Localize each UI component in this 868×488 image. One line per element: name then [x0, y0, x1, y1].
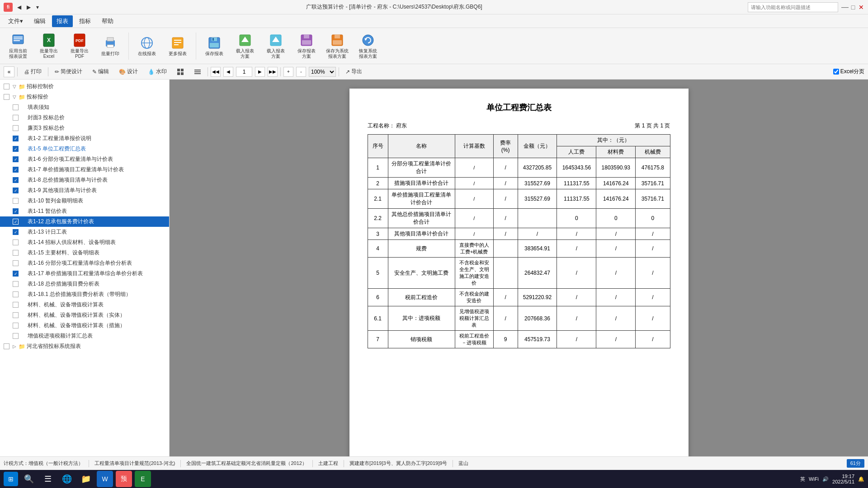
tree-item-11[interactable]: ✓ 表1-11 暂估价表	[0, 206, 169, 216]
expand-root1[interactable]: ▽	[11, 84, 18, 90]
toolbar-export-pdf[interactable]: PDF 批量导出PDF	[65, 31, 94, 61]
tree-item-2[interactable]: 封面3 投标总价	[0, 113, 169, 123]
nav-forward[interactable]: ▶	[25, 3, 33, 11]
toolbar-save-report[interactable]: 保存报表	[200, 31, 229, 61]
toolbar-restore-sys-scheme[interactable]: 恢复系统报表方案	[354, 31, 382, 61]
zoom-out-btn[interactable]: -	[296, 67, 306, 77]
taskbar-explorer[interactable]: 📁	[78, 471, 94, 487]
tree-item-14[interactable]: 表1-14 招标人供应材料、设备明细表	[0, 237, 169, 248]
tree-item-5[interactable]: ✓ 表1-5 单位工程费汇总表	[0, 144, 169, 154]
checkbox-root3[interactable]	[4, 343, 9, 349]
checkbox-4[interactable]: ✓	[13, 136, 19, 141]
checkbox-20[interactable]	[13, 312, 19, 318]
tree-item-4[interactable]: ✓ 表1-2 工程量清单报价说明	[0, 133, 169, 144]
tree-item-16[interactable]: 表1-16 分部分项工程量清单综合单价分析表	[0, 258, 169, 268]
tree-item-19[interactable]: 材料、机械、设备增值税计算表	[0, 300, 169, 310]
checkbox-13[interactable]: ✓	[13, 229, 19, 235]
collapse-btn[interactable]: «	[4, 66, 14, 77]
checkbox-1[interactable]	[13, 104, 19, 110]
taskbar-taskview[interactable]: ☰	[40, 471, 56, 487]
print-btn[interactable]: 🖨 打印	[20, 66, 45, 77]
checkbox-18[interactable]	[13, 281, 19, 287]
simple-design-btn[interactable]: ✏ 简便设计	[51, 66, 86, 77]
maximize-btn[interactable]: □	[850, 4, 856, 10]
title-nav[interactable]: ◀ ▶ ▾	[15, 3, 41, 11]
toolbar-online-report[interactable]: 在线报表	[132, 31, 161, 61]
tree-item-10[interactable]: 表1-10 暂列金额明细表	[0, 196, 169, 206]
title-search-input[interactable]	[748, 2, 838, 12]
toolbar-save-sys-scheme[interactable]: 保存为系统报表方案	[323, 31, 352, 61]
tree-item-3[interactable]: 廉页3 投标总价	[0, 123, 169, 133]
toolbar-load-report-scheme2[interactable]: 载入报表方案	[261, 31, 290, 61]
checkbox-10[interactable]	[13, 198, 19, 204]
toolbar-batch-print[interactable]: 批量打印	[96, 31, 125, 61]
zoom-in-btn[interactable]: +	[283, 67, 293, 77]
nav-dropdown[interactable]: ▾	[34, 3, 41, 11]
start-button[interactable]: ⊞	[4, 472, 18, 486]
tree-item-21[interactable]: 材料、机械、设备增值税计算表（措施）	[0, 320, 169, 331]
toolbar-export-excel[interactable]: X 批量导出Excel	[34, 31, 63, 61]
tree-item-8[interactable]: ✓ 表1-8 总价措施项目清单与计价表	[0, 175, 169, 185]
taskbar-edge[interactable]: 🌐	[59, 471, 75, 487]
page-next-btn[interactable]: ▶	[255, 67, 265, 77]
expand-root2[interactable]: ▽	[11, 94, 18, 100]
checkbox-19[interactable]	[13, 302, 19, 308]
tree-item-1[interactable]: 填表须知	[0, 102, 169, 113]
tree-item-root1[interactable]: ▽ 📁 招标控制价	[0, 81, 169, 92]
checkbox-6[interactable]: ✓	[13, 156, 19, 162]
checkbox-14[interactable]	[13, 239, 19, 245]
excel-split-label[interactable]: Excel分页	[833, 68, 864, 75]
icon-btn2[interactable]	[190, 66, 205, 77]
taskbar-word[interactable]: W	[97, 471, 113, 487]
tree-item-20[interactable]: 材料、机械、设备增值税计算表（实体）	[0, 310, 169, 320]
checkbox-22[interactable]	[13, 333, 19, 339]
tree-item-13[interactable]: ✓ 表1-13 计日工表	[0, 227, 169, 237]
checkbox-17[interactable]: ✓	[13, 271, 19, 277]
menu-edit[interactable]: 编辑	[29, 15, 50, 27]
expand-root3[interactable]: ▷	[11, 343, 18, 350]
tree-item-22[interactable]: 增值税进项税额计算汇总表	[0, 331, 169, 341]
minimize-btn[interactable]: —	[842, 4, 848, 10]
checkbox-8[interactable]: ✓	[13, 177, 19, 183]
checkbox-15[interactable]	[13, 250, 19, 256]
checkbox-7[interactable]: ✓	[13, 167, 19, 173]
close-btn[interactable]: ✕	[858, 4, 864, 10]
page-first-btn[interactable]: ◀◀	[211, 67, 221, 77]
toolbar-load-report-scheme[interactable]: 载入报表方案	[231, 31, 259, 61]
checkbox-2[interactable]	[13, 115, 19, 121]
window-controls[interactable]: — □ ✕	[842, 4, 864, 10]
icon-btn1[interactable]	[173, 66, 188, 77]
taskbar-budget[interactable]: 预	[116, 471, 132, 487]
page-prev-btn[interactable]: ◀	[223, 67, 233, 77]
checkbox-3[interactable]	[13, 125, 19, 131]
tree-item-root3[interactable]: ▷ 📁 河北省招投标系统报表	[0, 341, 169, 352]
checkbox-21[interactable]	[13, 323, 19, 328]
tree-item-17[interactable]: ✓ 表1-17 单价措施项目工程量清单综合单价分析表	[0, 268, 169, 279]
tree-item-18[interactable]: 表1-18 总价措施项目费分析表	[0, 279, 169, 289]
nav-back[interactable]: ◀	[15, 3, 23, 11]
toolbar-more-reports[interactable]: 更多报表	[163, 31, 192, 61]
zoom-level-select[interactable]: 100% 75% 125% 150%	[309, 67, 336, 77]
tree-item-9[interactable]: ✓ 表1-9 其他项目清单与计价表	[0, 185, 169, 196]
menu-report[interactable]: 报表	[52, 15, 73, 27]
excel-split-checkbox[interactable]	[833, 69, 839, 75]
toolbar-apply-settings[interactable]: 应用当前报表设置	[4, 31, 33, 61]
checkbox-root2[interactable]	[4, 94, 9, 100]
checkbox-16[interactable]	[13, 260, 19, 266]
checkbox-5[interactable]: ✓	[13, 146, 19, 152]
tree-item-12[interactable]: ✓ 表1-12 总承包服务费计价表	[0, 216, 169, 227]
toolbar-save-report-scheme[interactable]: 保存报表方案	[292, 31, 321, 61]
tree-item-6[interactable]: ✓ 表1-6 分部分项工程量清单与计价表	[0, 154, 169, 164]
design-btn[interactable]: 🎨 设计	[115, 66, 142, 77]
checkbox-12[interactable]: ✓	[13, 219, 19, 225]
tree-item-7[interactable]: ✓ 表1-7 单价措施项目工程量清单与计价表	[0, 164, 169, 175]
taskbar-excel[interactable]: E	[135, 471, 151, 487]
watermark-btn[interactable]: 💧 水印	[144, 66, 170, 77]
checkbox-9[interactable]: ✓	[13, 188, 19, 193]
taskbar-search[interactable]: 🔍	[21, 471, 37, 487]
tree-item-root2[interactable]: ▽ 📁 投标报价	[0, 92, 169, 102]
tree-item-18-1[interactable]: 表1-18.1 总价措施项目费分析表（带明细）	[0, 289, 169, 300]
menu-help[interactable]: 帮助	[97, 15, 118, 27]
checkbox-root1[interactable]	[4, 84, 9, 89]
edit-btn[interactable]: ✎ 编辑	[89, 66, 113, 77]
